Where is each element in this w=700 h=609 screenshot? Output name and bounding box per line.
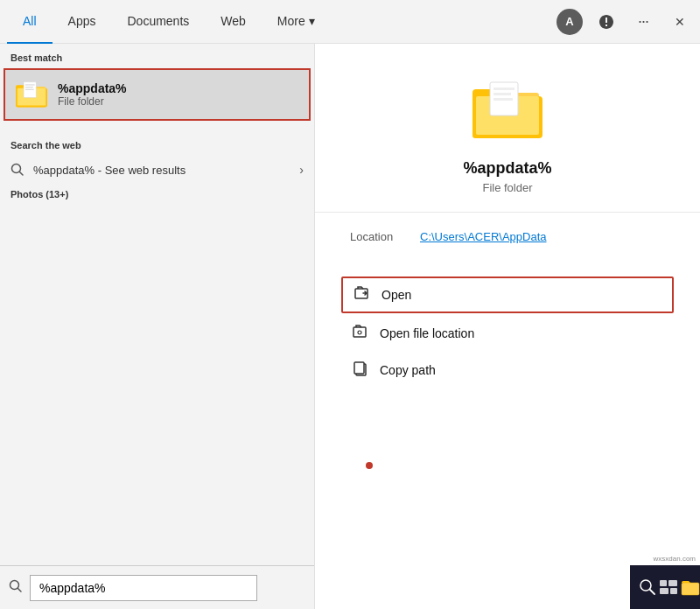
- svg-line-22: [650, 590, 654, 594]
- tab-web[interactable]: Web: [205, 0, 262, 44]
- copy-path-button[interactable]: Copy path: [341, 354, 674, 387]
- svg-rect-27: [682, 583, 699, 595]
- copy-path-label: Copy path: [380, 363, 436, 377]
- location-value[interactable]: C:\Users\ACER\AppData: [420, 230, 547, 243]
- right-panel: %appdata% File folder Location C:\Users\…: [315, 44, 700, 609]
- search-icon: [9, 579, 23, 596]
- svg-rect-23: [660, 580, 667, 586]
- main-container: All Apps Documents Web More A ···: [0, 0, 700, 609]
- open-button[interactable]: Open: [341, 276, 674, 313]
- svg-point-21: [640, 580, 651, 591]
- svg-rect-14: [494, 93, 511, 95]
- folder-icon: [16, 79, 47, 110]
- svg-point-18: [358, 331, 361, 334]
- folder-preview-icon: [472, 79, 542, 149]
- web-search-arrow-icon: ›: [299, 163, 304, 177]
- svg-rect-17: [354, 327, 366, 337]
- close-icon[interactable]: ✕: [667, 9, 693, 35]
- open-icon: [354, 285, 371, 304]
- svg-rect-3: [25, 84, 35, 85]
- best-match-subtitle: File folder: [58, 95, 127, 108]
- preview-name: %appdata%: [463, 159, 551, 178]
- file-location-icon: [352, 324, 369, 343]
- taskbar-search[interactable]: [639, 570, 656, 605]
- left-spacer: [0, 205, 314, 565]
- svg-rect-25: [660, 588, 668, 594]
- location-row: Location C:\Users\ACER\AppData: [350, 230, 665, 243]
- preview-type: File folder: [482, 181, 532, 194]
- chevron-down-icon: [309, 14, 315, 28]
- file-details: Location C:\Users\ACER\AppData: [315, 213, 700, 268]
- web-search-item[interactable]: %appdata% - See web results ›: [0, 156, 314, 184]
- watermark: wxsxdan.com: [651, 554, 698, 564]
- best-match-item[interactable]: %appdata% File folder: [4, 68, 311, 121]
- location-label: Location: [350, 230, 420, 243]
- file-preview: %appdata% File folder: [315, 44, 700, 213]
- svg-rect-13: [494, 88, 514, 90]
- svg-rect-20: [354, 362, 364, 374]
- content-area: Best match: [0, 44, 700, 609]
- best-match-label: Best match: [0, 44, 314, 68]
- best-match-text: %appdata% File folder: [58, 81, 127, 108]
- tab-apps[interactable]: Apps: [52, 0, 112, 44]
- nav-right: A ··· ✕: [556, 9, 693, 35]
- copy-icon: [352, 360, 369, 380]
- ellipsis-icon[interactable]: ···: [630, 9, 656, 35]
- svg-rect-26: [670, 588, 677, 594]
- search-input[interactable]: [30, 575, 257, 601]
- taskbar: [630, 565, 700, 609]
- tab-more[interactable]: More: [262, 0, 331, 44]
- top-nav: All Apps Documents Web More A ···: [0, 0, 700, 44]
- web-search-text: %appdata% - See web results: [33, 164, 299, 177]
- open-file-location-label: Open file location: [380, 326, 474, 340]
- open-label: Open: [382, 288, 411, 302]
- svg-line-9: [18, 589, 22, 592]
- svg-rect-5: [25, 89, 34, 90]
- best-match-title: %appdata%: [58, 81, 127, 95]
- svg-rect-15: [494, 98, 513, 101]
- taskbar-file-explorer[interactable]: [681, 570, 700, 605]
- tab-documents[interactable]: Documents: [111, 0, 205, 44]
- search-small-icon: [10, 163, 24, 177]
- taskbar-task-view[interactable]: [660, 570, 677, 605]
- feedback-icon[interactable]: [593, 9, 620, 35]
- search-bar: [0, 565, 314, 609]
- web-search-label: Search the web: [0, 131, 314, 156]
- left-panel: Best match: [0, 44, 315, 609]
- avatar[interactable]: A: [556, 9, 583, 35]
- svg-rect-4: [25, 87, 33, 88]
- red-dot-indicator: [366, 462, 373, 469]
- photos-label: Photos (13+): [0, 184, 314, 205]
- svg-rect-24: [668, 580, 677, 586]
- action-buttons: Open Open file location: [315, 268, 700, 399]
- open-file-location-button[interactable]: Open file location: [341, 317, 674, 350]
- svg-line-7: [20, 172, 24, 176]
- tab-all[interactable]: All: [7, 0, 52, 44]
